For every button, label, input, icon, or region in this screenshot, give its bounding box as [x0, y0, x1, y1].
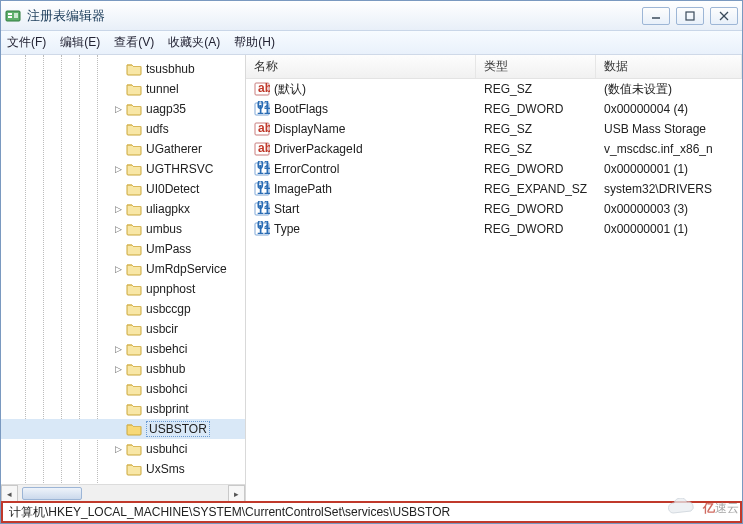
expand-icon[interactable]	[113, 64, 124, 75]
tree-item[interactable]: UmPass	[1, 239, 245, 259]
tree-item-label: usbohci	[146, 382, 187, 396]
expand-icon[interactable]: ▷	[113, 364, 124, 375]
menu-file[interactable]: 文件(F)	[7, 34, 46, 51]
tree-item-label: usbcir	[146, 322, 178, 336]
value-row[interactable]: 011110StartREG_DWORD0x00000003 (3)	[246, 199, 742, 219]
value-row[interactable]: 011110ErrorControlREG_DWORD0x00000001 (1…	[246, 159, 742, 179]
expand-icon[interactable]: ▷	[113, 264, 124, 275]
tree-item[interactable]: usbohci	[1, 379, 245, 399]
value-row[interactable]: abDisplayNameREG_SZUSB Mass Storage	[246, 119, 742, 139]
tree-item[interactable]: UGatherer	[1, 139, 245, 159]
folder-icon	[126, 82, 142, 96]
titlebar[interactable]: 注册表编辑器	[1, 1, 742, 31]
value-type: REG_SZ	[476, 82, 596, 96]
menu-help[interactable]: 帮助(H)	[234, 34, 275, 51]
tree-item[interactable]: USBSTOR	[1, 419, 245, 439]
window-title: 注册表编辑器	[27, 7, 642, 25]
value-name: Start	[274, 202, 299, 216]
value-row[interactable]: abDriverPackageIdREG_SZv_mscdsc.inf_x86_…	[246, 139, 742, 159]
value-name: DisplayName	[274, 122, 345, 136]
svg-text:110: 110	[257, 103, 270, 117]
tree-item[interactable]: UI0Detect	[1, 179, 245, 199]
tree-item[interactable]: ▷uagp35	[1, 99, 245, 119]
value-type-icon: ab	[254, 121, 270, 137]
expand-icon[interactable]	[113, 324, 124, 335]
expand-icon[interactable]	[113, 384, 124, 395]
menu-edit[interactable]: 编辑(E)	[60, 34, 100, 51]
value-type-icon: 011110	[254, 181, 270, 197]
tree-item[interactable]: ▷usbehci	[1, 339, 245, 359]
tree-item[interactable]: udfs	[1, 119, 245, 139]
expand-icon[interactable]	[113, 424, 124, 435]
column-headers: 名称 类型 数据	[246, 55, 742, 79]
tree-item-label: UmRdpService	[146, 262, 227, 276]
tree-item[interactable]: tsusbhub	[1, 59, 245, 79]
tree-item-label: umbus	[146, 222, 182, 236]
values-pane: 名称 类型 数据 ab(默认)REG_SZ(数值未设置)011110BootFl…	[246, 55, 742, 501]
expand-icon[interactable]	[113, 84, 124, 95]
expand-icon[interactable]	[113, 124, 124, 135]
folder-icon	[126, 342, 142, 356]
tree-item[interactable]: UxSms	[1, 459, 245, 479]
folder-icon	[126, 62, 142, 76]
menu-view[interactable]: 查看(V)	[114, 34, 154, 51]
minimize-button[interactable]	[642, 7, 670, 25]
folder-icon	[126, 242, 142, 256]
menu-favorites[interactable]: 收藏夹(A)	[168, 34, 220, 51]
scroll-left-button[interactable]: ◂	[1, 485, 18, 501]
value-row[interactable]: 011110TypeREG_DWORD0x00000001 (1)	[246, 219, 742, 239]
tree-horizontal-scrollbar[interactable]: ◂ ▸	[1, 484, 245, 501]
expand-icon[interactable]: ▷	[113, 104, 124, 115]
tree-item[interactable]: ▷UmRdpService	[1, 259, 245, 279]
column-type[interactable]: 类型	[476, 55, 596, 78]
folder-icon	[126, 162, 142, 176]
tree-item[interactable]: usbcir	[1, 319, 245, 339]
expand-icon[interactable]	[113, 464, 124, 475]
tree-pane[interactable]: tsusbhubtunnel▷uagp35udfsUGatherer▷UGTHR…	[1, 55, 246, 501]
value-row[interactable]: 011110BootFlagsREG_DWORD0x00000004 (4)	[246, 99, 742, 119]
tree-item[interactable]: ▷usbhub	[1, 359, 245, 379]
svg-rect-1	[8, 13, 12, 15]
value-data: 0x00000001 (1)	[596, 222, 742, 236]
expand-icon[interactable]: ▷	[113, 444, 124, 455]
tree-item[interactable]: usbprint	[1, 399, 245, 419]
expand-icon[interactable]	[113, 304, 124, 315]
tree-item-label: usbuhci	[146, 442, 187, 456]
expand-icon[interactable]: ▷	[113, 164, 124, 175]
tree-item[interactable]: usbccgp	[1, 299, 245, 319]
value-data: v_mscdsc.inf_x86_n	[596, 142, 742, 156]
svg-rect-3	[14, 13, 18, 18]
scroll-thumb[interactable]	[22, 487, 82, 500]
tree-item[interactable]: tunnel	[1, 79, 245, 99]
close-button[interactable]	[710, 7, 738, 25]
column-data[interactable]: 数据	[596, 55, 742, 78]
expand-icon[interactable]: ▷	[113, 344, 124, 355]
window-frame: 注册表编辑器 文件(F) 编辑(E) 查看(V) 收藏夹(A) 帮助(H) ts…	[0, 0, 743, 524]
tree-item-label: uagp35	[146, 102, 186, 116]
column-name[interactable]: 名称	[246, 55, 476, 78]
expand-icon[interactable]: ▷	[113, 224, 124, 235]
value-type: REG_DWORD	[476, 162, 596, 176]
value-row[interactable]: 011110ImagePathREG_EXPAND_SZsystem32\DRI…	[246, 179, 742, 199]
scroll-right-button[interactable]: ▸	[228, 485, 245, 501]
expand-icon[interactable]	[113, 184, 124, 195]
expand-icon[interactable]: ▷	[113, 204, 124, 215]
value-row[interactable]: ab(默认)REG_SZ(数值未设置)	[246, 79, 742, 99]
tree-item[interactable]: ▷UGTHRSVC	[1, 159, 245, 179]
expand-icon[interactable]	[113, 404, 124, 415]
tree-item[interactable]: upnphost	[1, 279, 245, 299]
scroll-track[interactable]	[18, 485, 228, 501]
tree-item[interactable]: ▷uliagpkx	[1, 199, 245, 219]
expand-icon[interactable]	[113, 144, 124, 155]
maximize-button[interactable]	[676, 7, 704, 25]
tree-item[interactable]: ▷usbuhci	[1, 439, 245, 459]
value-type-icon: 011110	[254, 221, 270, 237]
value-type-icon: ab	[254, 81, 270, 97]
expand-icon[interactable]	[113, 284, 124, 295]
svg-text:ab: ab	[258, 121, 270, 135]
values-list[interactable]: ab(默认)REG_SZ(数值未设置)011110BootFlagsREG_DW…	[246, 79, 742, 501]
folder-icon	[126, 362, 142, 376]
tree-item[interactable]: ▷umbus	[1, 219, 245, 239]
value-type: REG_DWORD	[476, 102, 596, 116]
expand-icon[interactable]	[113, 244, 124, 255]
